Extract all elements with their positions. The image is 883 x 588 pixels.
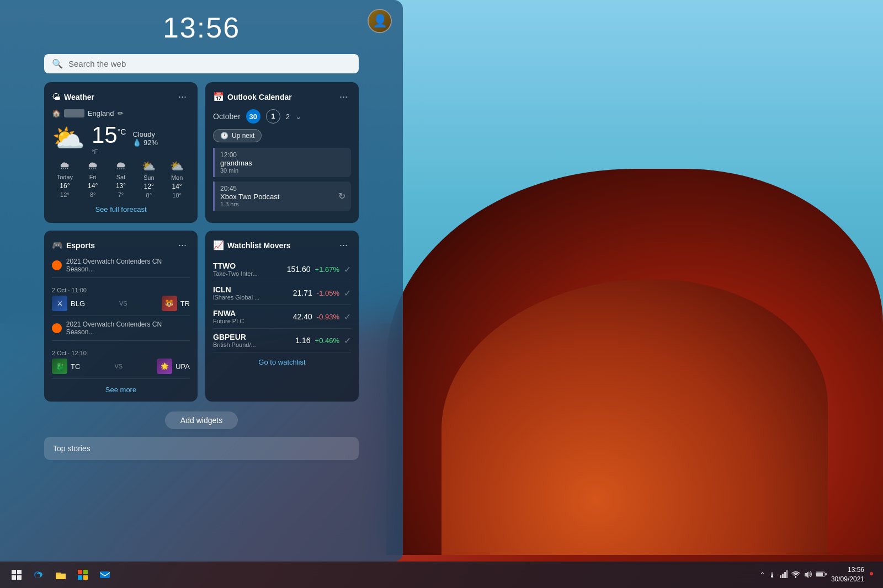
battery-icon[interactable]: [816, 571, 827, 579]
weather-full-forecast-link[interactable]: See full forecast: [52, 205, 190, 213]
watchlist-header: 📈 Watchlist Movers ···: [213, 238, 351, 252]
network-icon[interactable]: [779, 570, 788, 580]
notification-dot: [870, 572, 873, 575]
system-tray: ⌃ 🌡: [759, 570, 827, 580]
stock-right-icln: 21.71 -1.05% ✓: [293, 288, 351, 298]
calendar-day-2[interactable]: 2: [286, 113, 290, 121]
wifi-icon[interactable]: [791, 570, 800, 580]
event-2-title: Xbox Two Podcast: [220, 193, 279, 201]
svg-rect-3: [17, 575, 22, 580]
team-tc-logo: 🐉: [52, 359, 67, 374]
forecast-sat: 🌧 Sat 13° 7°: [108, 159, 134, 199]
mail-button[interactable]: [95, 565, 115, 585]
stock-change-gbpeur: +0.46%: [315, 336, 339, 345]
recurring-icon: ↻: [338, 191, 345, 201]
stock-check-gbpeur[interactable]: ✓: [344, 335, 351, 346]
event-2-info: 20:45 Xbox Two Podcast 1.3 hrs: [220, 185, 279, 207]
store-button[interactable]: [73, 565, 93, 585]
calendar-day-1[interactable]: 1: [266, 109, 280, 124]
weather-cloud-icon: ⛅: [52, 123, 85, 154]
watchlist-menu-button[interactable]: ···: [336, 238, 351, 252]
svg-rect-13: [786, 570, 788, 578]
file-explorer-button[interactable]: [51, 565, 71, 585]
esports-match-1[interactable]: 2 Oct · 11:00 ⚔ BLG VS 🐯 TR: [52, 282, 190, 316]
stock-check-fnwa[interactable]: ✓: [344, 312, 351, 322]
svg-rect-5: [78, 570, 82, 574]
esports-see-more-link[interactable]: See more: [52, 386, 190, 394]
weather-main: ⛅ 15°C °F Cloudy 💧 92%: [52, 122, 190, 155]
stock-row-ttwo[interactable]: TTWO Take-Two Inter... 151.60 +1.67% ✓: [213, 258, 351, 281]
team-tr-logo: 🐯: [162, 296, 177, 311]
svg-rect-11: [782, 574, 784, 578]
start-button[interactable]: [7, 565, 26, 585]
calendar-icon: 📅: [213, 92, 224, 102]
calendar-header: 📅 Outlook Calendar ···: [213, 90, 351, 104]
stock-right-ttwo: 151.60 +1.67% ✓: [287, 264, 351, 275]
svg-rect-10: [780, 575, 781, 578]
esports-title: Esports: [66, 241, 95, 250]
match-1-teams: ⚔ BLG VS 🐯 TR: [52, 296, 190, 311]
overwatch-icon-2: [52, 323, 62, 333]
add-widgets-button[interactable]: Add widgets: [165, 411, 238, 429]
svg-rect-2: [12, 575, 16, 580]
weather-description-col: Cloudy 💧 92%: [132, 130, 158, 147]
forecast-icon-today: 🌧: [59, 159, 70, 172]
up-next-button[interactable]: 🕐 Up next: [213, 129, 262, 142]
calendar-event-1[interactable]: 12:00 grandmas 30 min: [213, 148, 351, 177]
stock-row-icln[interactable]: ICLN iShares Global ... 21.71 -1.05% ✓: [213, 281, 351, 305]
esports-title-row: 🎮 Esports: [52, 240, 95, 250]
match-2-team2: 🌟 UPA: [157, 359, 190, 374]
forecast-icon-sat: 🌧: [115, 159, 126, 172]
forecast-hi-sun: 12°: [144, 183, 154, 190]
forecast-mon: ⛅ Mon 14° 10°: [164, 159, 190, 199]
vs-separator-2: VS: [114, 363, 123, 370]
weather-location-hidden: ████: [64, 109, 84, 117]
calendar-active-day[interactable]: 30: [246, 109, 260, 124]
forecast-icon-sun: ⛅: [142, 159, 156, 173]
svg-rect-9: [100, 571, 110, 578]
svg-rect-0: [12, 570, 16, 574]
weather-description: Cloudy: [132, 130, 155, 138]
calendar-title: Outlook Calendar: [227, 93, 292, 101]
weather-location: 🏠 ████ England ✏: [52, 109, 190, 117]
esports-tournament-1: 2021 Overwatch Contenders CN Season...: [52, 258, 190, 278]
stock-price-icln: 21.71: [293, 288, 312, 297]
top-stories-bar[interactable]: Top stories: [44, 437, 359, 460]
forecast-day-sat: Sat: [116, 174, 126, 180]
forecast-fri: 🌧 Fri 14° 8°: [80, 159, 106, 199]
avatar[interactable]: 👤: [368, 9, 392, 33]
event-1-duration: 30 min: [220, 167, 345, 174]
calendar-event-2[interactable]: 20:45 Xbox Two Podcast 1.3 hrs ↻: [213, 181, 351, 211]
temperature-icon: 🌡: [769, 571, 776, 579]
stock-info-icln: ICLN iShares Global ...: [213, 285, 259, 301]
svg-rect-8: [83, 575, 88, 580]
match-2-date: 2 Oct · 12:10: [52, 350, 190, 356]
stock-row-gbpeur[interactable]: GBPEUR British Pound/... 1.16 +0.46% ✓: [213, 329, 351, 352]
clock-icon: 🕐: [220, 132, 228, 140]
sound-icon[interactable]: [804, 570, 812, 580]
stock-check-ttwo[interactable]: ✓: [344, 264, 351, 275]
forecast-lo-today: 12°: [60, 191, 70, 198]
search-icon: 🔍: [52, 58, 63, 69]
chevron-up-icon[interactable]: ⌃: [759, 571, 765, 579]
calendar-menu-button[interactable]: ···: [336, 90, 351, 104]
stock-row-fnwa[interactable]: FNWA Future PLC 42.40 -0.93% ✓: [213, 305, 351, 329]
esports-match-2[interactable]: 2 Oct · 12:10 🐉 TC VS 🌟 UPA: [52, 345, 190, 379]
edge-button[interactable]: [29, 565, 49, 585]
search-bar[interactable]: 🔍 Search the web: [44, 54, 359, 73]
watchlist-icon: 📈: [213, 240, 224, 250]
weather-menu-button[interactable]: ···: [175, 90, 190, 104]
esports-menu-button[interactable]: ···: [175, 238, 190, 252]
watchlist-go-link[interactable]: Go to watchlist: [213, 358, 351, 366]
calendar-chevron-icon[interactable]: ⌄: [295, 112, 302, 121]
taskbar-clock[interactable]: 13:56 30/09/2021: [831, 565, 864, 584]
search-placeholder: Search the web: [68, 59, 126, 68]
widgets-grid: 🌤 Weather ··· 🏠 ████ England ✏ ⛅ 15°C °F: [0, 82, 403, 402]
stock-price-ttwo: 151.60: [287, 265, 311, 274]
forecast-sun: ⛅ Sun 12° 8°: [136, 159, 162, 199]
forecast-icon-fri: 🌧: [87, 159, 98, 172]
weather-edit-icon[interactable]: ✏: [118, 109, 124, 117]
vs-separator-1: VS: [119, 300, 127, 307]
stock-check-icln[interactable]: ✓: [344, 288, 351, 298]
forecast-icon-mon: ⛅: [170, 159, 184, 173]
